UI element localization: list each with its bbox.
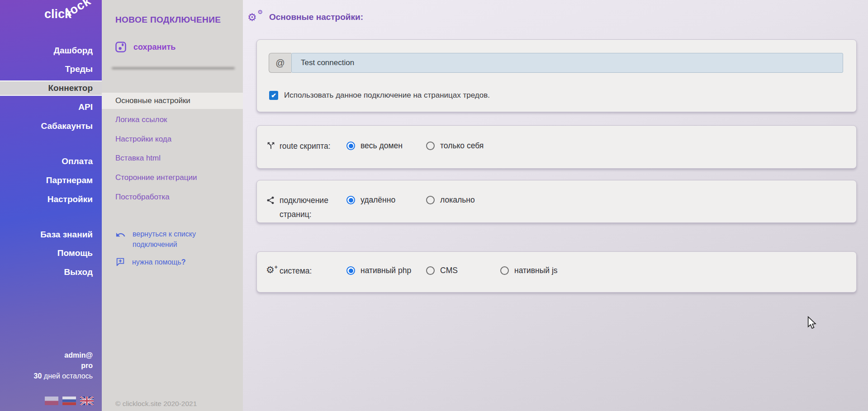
sidebar-item-help[interactable]: Помощь: [0, 246, 102, 261]
route-script-card: route скрипта: весь домен только себя: [256, 125, 857, 169]
share-icon: [266, 196, 275, 207]
radio-icon[interactable]: [346, 196, 355, 204]
route-script-label: route скрипта:: [280, 139, 331, 153]
radio-icon[interactable]: [426, 142, 435, 150]
route-icon: [266, 141, 276, 152]
save-button-label: сохранить: [133, 43, 175, 52]
panel-tab-main-settings[interactable]: Основные настройки: [102, 93, 243, 109]
sidebar-item-logout[interactable]: Выход: [0, 265, 102, 280]
connection-name-card: @ Использовать данное подключение на стр…: [256, 39, 857, 112]
radio-icon[interactable]: [426, 196, 435, 204]
help-link-text: нужна помощь?: [132, 257, 186, 267]
radio-option-local[interactable]: локально: [426, 195, 475, 205]
sidebar-item-subaccounts[interactable]: Сабакаунты: [0, 118, 102, 134]
panel-tab-postprocessing[interactable]: Постобработка: [102, 189, 243, 205]
panel-tab-html-insert[interactable]: Вставка html: [102, 150, 243, 166]
clicklock-logo[interactable]: clicklock: [44, 7, 98, 21]
sidebar-item-threads[interactable]: Треды: [0, 61, 102, 77]
system-label: система:: [280, 264, 312, 278]
panel-tab-code-settings[interactable]: Настройки кода: [102, 131, 243, 147]
panel-tab-link-logic[interactable]: Логика ссылок: [102, 112, 243, 128]
main-header: ⚙⚙ Основные настройки:: [247, 10, 363, 24]
page-connection-label: подключение страниц:: [280, 194, 328, 222]
radio-icon[interactable]: [426, 266, 435, 275]
back-to-connections-link[interactable]: вернуться к списку подключений: [115, 229, 196, 250]
flag-russia-icon[interactable]: [62, 397, 76, 405]
add-comment-icon: [115, 257, 125, 267]
panel-divider: [112, 67, 235, 69]
radio-icon[interactable]: [500, 266, 509, 275]
need-help-link[interactable]: нужна помощь?: [115, 257, 186, 267]
main-header-title: Основные настройки:: [269, 12, 363, 22]
radio-option-remote[interactable]: удалённо: [346, 195, 395, 205]
save-icon: [114, 41, 127, 53]
sidebar: clicklock Дашборд Треды Коннектор API Са…: [0, 0, 102, 411]
radio-option-native-js[interactable]: нативный js: [500, 266, 558, 275]
sidebar-item-dashboard[interactable]: Дашборд: [0, 43, 102, 58]
radio-option-cms[interactable]: CMS: [426, 266, 458, 275]
sidebar-item-partners[interactable]: Партнерам: [0, 173, 102, 188]
sidebar-item-knowledge-base[interactable]: База знаний: [0, 227, 102, 242]
system-card: ⚙+ система: нативный php CMS нативный js: [256, 251, 857, 293]
main-content: ⚙⚙ Основные настройки: @ Использовать да…: [243, 0, 868, 411]
gear-plus-icon: ⚙+: [266, 265, 275, 275]
back-link-text: вернуться к списку подключений: [133, 229, 196, 250]
radio-icon[interactable]: [346, 266, 355, 275]
panel-tab-integrations[interactable]: Сторонние интеграции: [102, 170, 243, 186]
radio-option-native-php[interactable]: нативный php: [346, 266, 411, 275]
settings-gears-icon: ⚙⚙: [247, 10, 263, 24]
flag-uk-icon[interactable]: [80, 397, 94, 405]
mouse-cursor: [806, 316, 817, 331]
sidebar-item-api[interactable]: API: [0, 99, 102, 115]
sidebar-item-settings[interactable]: Настройки: [0, 192, 102, 207]
use-on-threads-label: Использовать данное подключение на стран…: [284, 91, 490, 100]
account-days-left: 30 дней осталось: [34, 371, 93, 381]
account-plan: pro: [34, 360, 93, 371]
connection-name-group: @: [269, 53, 843, 73]
sidebar-item-payment[interactable]: Оплата: [0, 154, 102, 169]
sidebar-item-connector[interactable]: Коннектор: [0, 80, 102, 96]
copyright-footer: © clicklock.site 2020-2021: [115, 400, 197, 408]
radio-icon[interactable]: [346, 142, 355, 150]
connection-name-input[interactable]: [291, 53, 843, 73]
clicklock-app: { "colors": { "accent_purple": "#7c45c0"…: [0, 0, 868, 411]
save-button[interactable]: сохранить: [114, 41, 175, 53]
panel-title: НОВОЕ ПОДКЛЮЧЕНИЕ: [115, 15, 221, 25]
use-on-threads-checkbox[interactable]: [269, 91, 278, 100]
account-email: admin@: [34, 350, 93, 360]
at-prefix: @: [269, 53, 291, 73]
radio-option-only-self[interactable]: только себя: [426, 141, 484, 151]
radio-option-whole-domain[interactable]: весь домен: [346, 141, 403, 151]
language-switcher: [45, 397, 94, 405]
flag-poland-icon[interactable]: [45, 397, 58, 405]
account-info: admin@ pro 30 дней осталось: [34, 350, 93, 381]
use-on-threads-row: Использовать данное подключение на стран…: [269, 91, 490, 100]
connection-panel: НОВОЕ ПОДКЛЮЧЕНИЕ сохранить Основные нас…: [102, 0, 243, 411]
page-connection-card: подключение страниц: удалённо локально: [256, 180, 857, 223]
undo-arrow-icon: [115, 230, 126, 240]
